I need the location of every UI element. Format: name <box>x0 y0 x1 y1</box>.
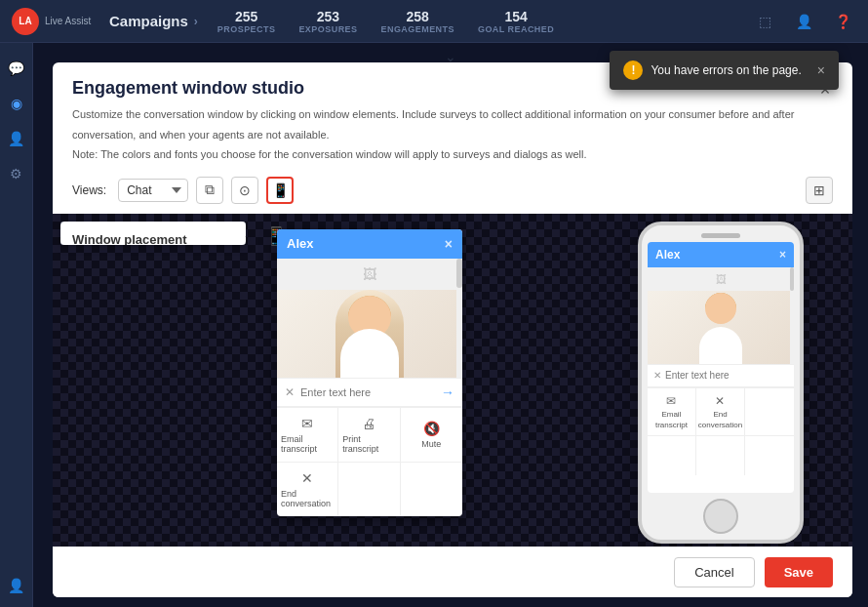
mobile-view-button[interactable]: 📱 <box>266 177 294 204</box>
phone-side-button <box>801 274 804 302</box>
mute-label: Mute <box>421 439 441 449</box>
mute-icon: 🔇 <box>423 421 440 436</box>
print-label: Print transcript <box>342 434 395 454</box>
stat-label-prospects: PROSPECTS <box>217 24 276 34</box>
phone-home-button[interactable] <box>703 499 738 534</box>
placement-popup-title: Window placement <box>72 232 187 245</box>
phone-speaker <box>701 233 740 238</box>
sidebar-person-icon[interactable]: 👤 <box>3 125 30 152</box>
mobile-agent-photo <box>648 291 794 364</box>
widget-header: Alex × <box>277 229 462 259</box>
widget-send-button[interactable]: → <box>441 384 454 400</box>
cancel-button[interactable]: Cancel <box>674 557 754 587</box>
placement-popup: Window placement × Placement of minimize… <box>60 222 246 245</box>
widget-agent-photo <box>277 290 462 378</box>
modal-footer: Cancel Save <box>53 546 852 597</box>
mobile-empty-btn3 <box>696 436 745 475</box>
agent-body <box>340 329 399 378</box>
stat-num-prospects: 255 <box>235 9 257 24</box>
sidebar-chat-icon[interactable]: 💬 <box>3 55 30 82</box>
email-label: Email transcript <box>281 434 334 454</box>
widget-input-field[interactable] <box>300 386 435 398</box>
mobile-email-transcript-button[interactable]: ✉ Email transcript <box>648 388 696 435</box>
phone-screen: Alex × 🖼 <box>648 242 794 493</box>
mobile-end-conversation-button[interactable]: ✕ End conversation <box>696 388 745 435</box>
mobile-actions-row2 <box>648 435 794 475</box>
mobile-agent-name: Alex <box>655 248 680 262</box>
print-icon: 🖨 <box>362 416 375 431</box>
logo-text: Live Assist <box>45 16 91 27</box>
widget-actions-row1: ✉ Email transcript 🖨 Print transcript 🔇 … <box>277 407 462 462</box>
widget-print-transcript-button[interactable]: 🖨 Print transcript <box>338 408 400 462</box>
sidebar-settings-icon[interactable]: ⚙ <box>3 160 30 187</box>
widget-input-clear-button[interactable]: ✕ <box>285 385 295 399</box>
nav-right: ⬚ 👤 ❓ <box>751 8 856 35</box>
widget-end-conversation-button[interactable]: ✕ End conversation <box>277 463 338 516</box>
modal-desc1: Customize the conversation window by cli… <box>72 106 833 123</box>
widget-scroll-thumb <box>456 259 462 288</box>
settings-button[interactable]: ⊙ <box>231 177 258 204</box>
widget-email-transcript-button[interactable]: ✉ Email transcript <box>277 408 338 462</box>
left-sidebar: 💬 ◉ 👤 ⚙ 👤 <box>0 43 33 607</box>
mobile-widget-close-button[interactable]: × <box>779 248 786 262</box>
save-button[interactable]: Save <box>765 557 833 587</box>
mobile-send-button[interactable]: → <box>793 369 794 383</box>
phone-frame: Alex × 🖼 <box>638 222 804 544</box>
layout-button[interactable]: ⊞ <box>806 177 833 204</box>
mobile-email-icon: ✉ <box>666 394 676 408</box>
stat-num-goal: 154 <box>504 9 527 24</box>
widget-image-icon: 🖼 <box>363 266 376 282</box>
stat-label-exposures: EXPOSURES <box>298 24 357 34</box>
sidebar-active-icon[interactable]: ◉ <box>3 90 30 117</box>
placement-popup-header: Window placement × <box>60 222 246 245</box>
widget-agent-name: Alex <box>287 236 313 251</box>
mobile-scroll[interactable] <box>790 267 794 364</box>
mobile-empty-btn4 <box>745 436 794 475</box>
end-conversation-icon: ✕ <box>301 470 313 486</box>
agent-avatar <box>335 290 404 378</box>
end-conversation-label: End conversation <box>281 489 334 508</box>
mobile-phone: Alex × 🖼 <box>638 222 804 544</box>
theme-panel: 🖥 CMC Ocean theme Window placement × Pla… <box>60 222 246 245</box>
stat-engagements: 258 ENGAGEMENTS <box>381 9 454 34</box>
modal-desc2: conversation, and when your agents are n… <box>72 127 833 143</box>
nav-campaigns: Campaigns › <box>109 13 198 29</box>
widget-header-close-button[interactable]: × <box>445 236 453 252</box>
expand-icon[interactable]: ⬚ <box>751 8 778 35</box>
widget-empty-btn-3 <box>401 463 462 516</box>
stat-goal: 154 GOAL REACHED <box>478 9 554 34</box>
toast-close-button[interactable]: × <box>817 62 825 78</box>
mobile-widget-header: Alex × <box>648 242 794 267</box>
modal-note: Note: The colors and fonts you choose fo… <box>72 146 833 163</box>
widget-input-row: ✕ → <box>277 378 462 407</box>
mobile-empty-btn <box>745 388 794 435</box>
error-toast: ! You have errors on the page. × <box>610 51 839 90</box>
canvas-area: 🖥 CMC Ocean theme Window placement × Pla… <box>53 214 852 547</box>
widget-empty-btn-2 <box>338 463 400 516</box>
mobile-empty-btn2 <box>648 436 696 475</box>
mobile-input-field[interactable] <box>665 370 789 381</box>
nav-title: Campaigns <box>109 13 188 29</box>
placement-close-button[interactable]: × <box>245 231 246 245</box>
nav-stats: 255 PROSPECTS 253 EXPOSURES 258 ENGAGEME… <box>217 9 554 34</box>
widget-actions-row2: ✕ End conversation <box>277 462 462 516</box>
mobile-input-clear-button[interactable]: ✕ <box>653 370 661 381</box>
mobile-scroll-thumb <box>790 267 794 291</box>
help-icon[interactable]: ❓ <box>829 8 856 35</box>
user-icon[interactable]: 👤 <box>790 8 817 35</box>
main-content: ⌄ ! You have errors on the page. × Engag… <box>33 43 868 607</box>
mobile-end-label: End <box>713 410 727 419</box>
widget-scroll[interactable] <box>456 259 462 378</box>
mobile-image-area: 🖼 <box>648 267 794 291</box>
widget-mute-button[interactable]: 🔇 Mute <box>401 408 462 462</box>
nav-arrow: › <box>194 15 198 28</box>
copy-button[interactable]: ⧉ <box>196 177 223 204</box>
mobile-end-label2: conversation <box>698 421 742 429</box>
logo-circle: LA <box>12 8 39 35</box>
stat-exposures: 253 EXPOSURES <box>298 9 357 34</box>
mobile-agent-body <box>699 327 742 364</box>
views-select[interactable]: Chat Survey Dialog <box>118 179 188 202</box>
views-label: Views: <box>72 183 106 197</box>
mobile-end-icon: ✕ <box>715 394 725 408</box>
sidebar-user-avatar[interactable]: 👤 <box>3 572 30 599</box>
